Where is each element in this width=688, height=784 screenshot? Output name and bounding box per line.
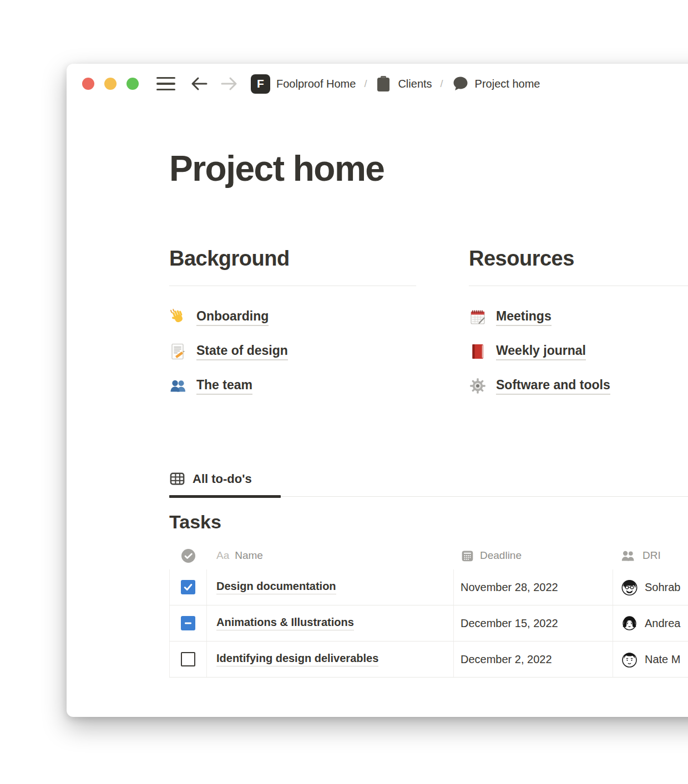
section-background: Background <box>169 247 416 403</box>
section-heading: Background <box>169 247 416 271</box>
todo-checkbox[interactable] <box>181 616 195 630</box>
table-view-icon <box>169 471 185 487</box>
page-link-label: The team <box>196 378 252 395</box>
page-title: Project home <box>169 148 688 189</box>
header-dri-column[interactable]: DRI <box>613 542 688 569</box>
table-row: Identifying design deliverables December… <box>169 642 688 678</box>
page-link-weekly-journal[interactable]: Weekly journal <box>469 334 688 369</box>
page-link-label: Software and tools <box>496 378 610 395</box>
breadcrumb-label: Project home <box>475 78 540 90</box>
dri-cell[interactable]: Andrea <box>613 605 688 641</box>
todo-checkbox[interactable] <box>181 580 195 594</box>
column-label: Name <box>235 549 263 562</box>
view-tab-bar: All to-do's <box>169 471 688 497</box>
zoom-window-button[interactable] <box>127 78 139 90</box>
speech-bubble-icon <box>452 75 469 92</box>
header-deadline-column[interactable]: Deadline <box>454 542 613 569</box>
divider <box>169 286 416 286</box>
dri-cell[interactable]: Nate M <box>613 642 688 677</box>
tasks-table: Aa Name Deadline <box>169 542 688 678</box>
breadcrumb-item-foolproof-home[interactable]: F Foolproof Home <box>251 74 356 94</box>
calendar-icon <box>461 549 474 563</box>
breadcrumb-label: Clients <box>398 78 432 90</box>
breadcrumb-separator: / <box>361 78 370 90</box>
memo-icon <box>169 343 187 360</box>
people-icon <box>621 549 636 563</box>
column-label: DRI <box>643 549 661 562</box>
deadline-cell[interactable]: December 2, 2022 <box>454 642 613 677</box>
column-label: Deadline <box>480 549 522 562</box>
foolproof-logo: F <box>251 74 270 94</box>
table-row: Animations & Illustrations December 15, … <box>169 605 688 642</box>
database-title: Tasks <box>169 511 688 533</box>
team-icon <box>169 377 187 395</box>
header-name-column[interactable]: Aa Name <box>207 542 454 569</box>
page-link-label: State of design <box>196 343 288 360</box>
header-checkbox-column[interactable] <box>169 542 207 569</box>
divider <box>469 286 688 286</box>
gear-icon <box>469 377 487 395</box>
spiral-calendar-icon <box>469 308 487 326</box>
sidebar-menu-icon[interactable] <box>156 77 175 90</box>
deadline-cell[interactable]: November 28, 2022 <box>454 569 613 605</box>
section-resources: Resources <box>469 247 688 403</box>
titlebar: F Foolproof Home / Clients / Project hom… <box>67 64 688 99</box>
table-row: Design documentation November 28, 2022 S… <box>169 569 688 605</box>
back-arrow-icon[interactable] <box>190 76 209 91</box>
breadcrumb-label: Foolproof Home <box>276 78 356 90</box>
page-link-the-team[interactable]: The team <box>169 369 416 403</box>
page-link-meetings[interactable]: Meetings <box>469 300 688 334</box>
page-link-label: Weekly journal <box>496 343 586 360</box>
clipboard-icon <box>375 75 392 93</box>
table-header-row: Aa Name Deadline <box>169 542 688 569</box>
text-property-icon: Aa <box>216 549 229 562</box>
page-link-label: Onboarding <box>196 309 269 326</box>
breadcrumb-separator: / <box>438 78 446 90</box>
forward-arrow-icon[interactable] <box>220 76 239 91</box>
page-link-state-of-design[interactable]: State of design <box>169 334 416 369</box>
avatar <box>621 651 638 668</box>
task-page-link[interactable]: Identifying design deliverables <box>216 652 378 667</box>
red-book-icon <box>469 343 487 360</box>
breadcrumb: F Foolproof Home / Clients / Project hom… <box>251 74 540 94</box>
avatar <box>621 615 638 632</box>
section-heading: Resources <box>469 247 688 271</box>
task-page-link[interactable]: Animations & Illustrations <box>216 616 354 631</box>
tab-all-todos[interactable]: All to-do's <box>169 471 281 496</box>
close-window-button[interactable] <box>82 78 94 90</box>
minimize-window-button[interactable] <box>104 78 117 90</box>
app-window: F Foolproof Home / Clients / Project hom… <box>67 64 688 717</box>
page-link-label: Meetings <box>496 309 552 326</box>
check-circle-icon <box>181 548 196 563</box>
dri-cell[interactable]: Sohrab <box>613 569 688 605</box>
traffic-lights <box>82 78 139 90</box>
breadcrumb-item-clients[interactable]: Clients <box>375 75 432 93</box>
page-link-onboarding[interactable]: Onboarding <box>169 300 416 334</box>
wave-icon <box>169 308 187 326</box>
deadline-cell[interactable]: December 15, 2022 <box>454 605 613 641</box>
todo-checkbox[interactable] <box>181 652 195 666</box>
task-page-link[interactable]: Design documentation <box>216 580 336 595</box>
tab-label: All to-do's <box>193 472 252 486</box>
avatar <box>621 579 638 596</box>
page-link-software-and-tools[interactable]: Software and tools <box>469 369 688 403</box>
breadcrumb-item-project-home[interactable]: Project home <box>452 75 540 92</box>
